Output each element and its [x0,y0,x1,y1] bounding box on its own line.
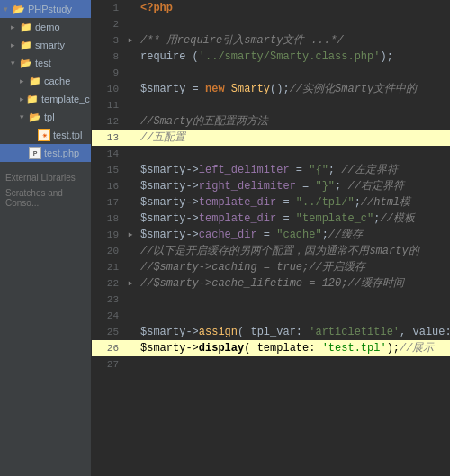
sidebar-label: test.tpl [53,130,82,140]
folder-open-icon [20,57,32,69]
sidebar-label: test [35,58,51,68]
sidebar-item-cache[interactable]: cache [0,72,91,90]
gutter-23 [124,292,137,308]
sidebar-label: cache [44,76,70,86]
gutter-27 [124,356,137,373]
editor: 1 <?php 2 3 ▸ /** 用require引入smarty文件 ...… [92,0,450,476]
line-13: 13 //五配置 [92,130,450,146]
line-24: 24 [92,308,450,324]
folder-open-icon [29,111,41,123]
line-22: 22 ▸ //$smarty->cache_lifetime = 120;//缓… [92,275,450,292]
external-libraries-label: External Libraries [0,169,91,184]
gutter-16 [124,178,137,194]
line-11: 11 [92,97,450,113]
folder-icon [20,21,32,33]
line-18: 18 $smarty->template_dir = "template_c";… [92,211,450,227]
gutter-18 [124,211,137,227]
line-9: 9 [92,65,450,81]
expand-arrow [20,112,27,121]
line-21: 21 //$smarty->caching = true;//开启缓存 [92,259,450,275]
gutter-8 [124,49,137,65]
sidebar-item-tpl[interactable]: tpl [0,108,91,126]
expand-arrow [11,22,18,31]
folder-icon [29,75,41,87]
gutter-26 [124,340,137,356]
sidebar: PHPstudy demo smarty test cache template… [0,0,92,476]
sidebar-item-test-php[interactable]: P test.php [0,144,91,162]
gutter-3: ▸ [124,32,137,49]
gutter-14 [124,146,137,162]
gutter-22: ▸ [124,275,137,292]
line-15: 15 $smarty->left_delimiter = "{"; //左定界符 [92,162,450,178]
expand-arrow [4,4,11,13]
code-editor[interactable]: 1 <?php 2 3 ▸ /** 用require引入smarty文件 ...… [92,0,450,476]
sidebar-item-smarty[interactable]: smarty [0,36,91,54]
expand-arrow [20,94,24,103]
sidebar-item-phpStudy[interactable]: PHPstudy [0,0,91,18]
line-25: 25 $smarty->assign( tpl_var: 'articletit… [92,324,450,340]
line-27: 27 [92,356,450,373]
line-17: 17 $smarty->template_dir = "../tpl/";//h… [92,194,450,211]
line-23: 23 [92,292,450,308]
sidebar-label: test.php [44,148,79,158]
gutter-2 [124,16,137,32]
scratches-label: Scratches and Conso... [0,184,91,210]
line-3: 3 ▸ /** 用require引入smarty文件 ...*/ [92,32,450,49]
expand-arrow [11,58,18,67]
sidebar-label: demo [35,22,60,32]
gutter-9 [124,65,137,81]
gutter-11 [124,97,137,113]
gutter-19: ▸ [124,227,137,243]
gutter-17 [124,194,137,211]
line-1: 1 <?php [92,0,450,16]
sidebar-item-template_c[interactable]: template_c [0,90,91,108]
gutter-13 [124,130,137,146]
gutter-25 [124,324,137,340]
sidebar-label: template_c [41,94,90,104]
gutter-10 [124,81,137,97]
tpl-file-icon: ☀ [38,129,50,141]
gutter-24 [124,308,137,324]
sidebar-label: PHPstudy [28,4,72,14]
folder-icon [26,93,39,105]
line-8: 8 require ('../smarty/Smarty.class.php')… [92,49,450,65]
folder-icon [20,39,32,51]
expand-arrow [11,40,18,49]
sidebar-item-test-tpl[interactable]: ☀ test.tpl [0,126,91,144]
line-12: 12 //Smarty的五配置两方法 [92,113,450,130]
sidebar-item-demo[interactable]: demo [0,18,91,36]
main-container: PHPstudy demo smarty test cache template… [0,0,450,476]
line-14: 14 [92,146,450,162]
expand-arrow [20,76,27,85]
line-19: 19 ▸ $smarty->cache_dir = "cache";//缓存 [92,227,450,243]
line-26: 26 $smarty->display( template: 'test.tpl… [92,340,450,356]
gutter-15 [124,162,137,178]
gutter-20 [124,243,137,259]
line-10: 10 $smarty = new Smarty();//实例化Smarty文件中… [92,81,450,97]
folder-open-icon [13,3,25,15]
sidebar-label: tpl [44,112,55,122]
line-20: 20 //以下是开启缓存的另两个配置，因为通常不用smarty的 [92,243,450,259]
gutter-12 [124,113,137,130]
php-file-icon: P [29,147,41,159]
line-16: 16 $smarty->right_delimiter = "}"; //右定界… [92,178,450,194]
sidebar-item-test[interactable]: test [0,54,91,72]
gutter-21 [124,259,137,275]
gutter-1 [124,0,137,16]
line-2: 2 [92,16,450,32]
sidebar-label: smarty [35,40,65,50]
